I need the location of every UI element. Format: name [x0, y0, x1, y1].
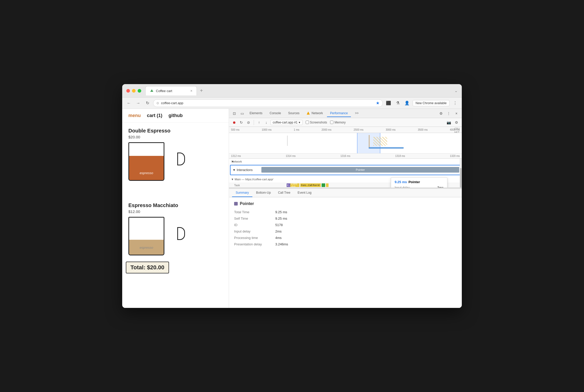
- detail-label-0: 1312 ms: [231, 155, 241, 157]
- profile-icon[interactable]: 👤: [403, 100, 411, 107]
- new-tab-button[interactable]: +: [198, 87, 205, 95]
- tab-console[interactable]: Console: [267, 110, 284, 117]
- record-button[interactable]: ⏺: [231, 119, 237, 126]
- tooltip-ms: 9.25 ms: [395, 180, 407, 184]
- refresh-icon: ↻: [146, 101, 149, 105]
- perf-settings-icon[interactable]: ⚙: [453, 119, 460, 126]
- presentation-value: 3.246ms: [275, 242, 288, 246]
- main-label-text: ▼ Main — https://coffee-cart.app/: [231, 178, 273, 181]
- settings-icon[interactable]: ⚙: [438, 110, 444, 117]
- tooltip-name: Pointer: [409, 180, 420, 184]
- flask-icon[interactable]: ⚗: [394, 100, 401, 107]
- menu-dots-icon[interactable]: ⋮: [452, 100, 459, 107]
- coffee-cart-app: menu cart (1) github Double Espresso $20…: [122, 109, 229, 308]
- tab-bar: Coffee cart × +: [145, 86, 452, 95]
- id-value: 5178: [275, 223, 283, 227]
- ruler-label-2: 1 ms: [294, 128, 299, 131]
- cpu-spike-2: [369, 135, 370, 148]
- timeline-overview-chart[interactable]: [229, 133, 462, 154]
- nav-cart-item[interactable]: cart (1): [147, 113, 162, 118]
- close-button[interactable]: [126, 89, 130, 93]
- tab-call-tree[interactable]: Call Tree: [275, 189, 294, 197]
- tab-close-button[interactable]: ×: [190, 89, 192, 93]
- capture-screenshot-icon[interactable]: 📷: [445, 119, 452, 126]
- interactions-label-text: Interactions: [237, 168, 253, 172]
- close-devtools-icon[interactable]: ×: [453, 110, 460, 117]
- input-delay-value: 2ms: [275, 229, 282, 233]
- chevron-down-icon: ⌄: [454, 88, 458, 93]
- tab-label: Coffee cart: [156, 89, 172, 93]
- reload-record-button[interactable]: ↻: [238, 119, 244, 126]
- coffee-price-2: $12.00: [128, 209, 223, 214]
- session-selector[interactable]: coffee-cart.app #1 ▾: [270, 120, 303, 125]
- clear-button[interactable]: ⊘: [245, 119, 252, 126]
- cpu-net-labels: CPU NET: [454, 127, 460, 133]
- tab-performance[interactable]: Performance: [327, 110, 351, 117]
- self-time-label: Self Time: [234, 217, 275, 220]
- refresh-button[interactable]: ↻: [144, 100, 151, 107]
- summary-processing-row: Processing time 4ms: [234, 236, 457, 240]
- app-navigation: menu cart (1) github: [122, 109, 229, 123]
- total-time-label: Total Time: [234, 210, 275, 214]
- func-call-bar: Func...Call Run M: [300, 183, 321, 187]
- device-toolbar-icon[interactable]: ▭: [239, 110, 245, 117]
- cup-fill: [129, 156, 164, 180]
- forward-button[interactable]: →: [135, 100, 142, 107]
- tab-elements[interactable]: Elements: [246, 110, 266, 117]
- tab-summary[interactable]: Summary: [232, 189, 252, 197]
- nav-github-item[interactable]: github: [169, 113, 183, 118]
- more-options-icon[interactable]: ⋮: [445, 110, 452, 117]
- interaction-tooltip: 9.25 ms Pointer Input delay 2ms Processi…: [391, 177, 447, 188]
- tab-event-log[interactable]: Event Log: [294, 189, 315, 197]
- app-body: Double Espresso $20.00 espresso Espresso…: [122, 123, 229, 308]
- coffee-item-double-espresso: Double Espresso $20.00 espresso: [128, 128, 223, 196]
- total-badge: Total: $20.00: [126, 262, 169, 273]
- tab-more[interactable]: >>: [352, 110, 362, 117]
- tooltip-input-delay-label: Input delay: [395, 186, 410, 188]
- active-tab[interactable]: Coffee cart ×: [145, 86, 197, 95]
- network-track-content: [265, 159, 462, 164]
- inspect-element-icon[interactable]: ⊡: [231, 110, 238, 117]
- tooltip-input-delay-row: Input delay 2ms: [395, 186, 444, 188]
- network-activity-bar: [369, 147, 404, 149]
- summary-input-delay-row: Input delay 2ms: [234, 229, 457, 233]
- tab-network[interactable]: Network: [304, 110, 326, 117]
- back-arrow-icon: ←: [127, 101, 131, 105]
- network-track-row: ▶ Network: [229, 159, 462, 164]
- bookmark-icon: ★: [376, 101, 379, 105]
- task-label-text: Task: [234, 184, 240, 187]
- network-track-label[interactable]: ▶ Network: [229, 160, 265, 163]
- download-button[interactable]: ↓: [263, 119, 269, 126]
- upload-button[interactable]: ↑: [256, 119, 262, 126]
- processing-value: 4ms: [275, 236, 282, 240]
- cpu-label: CPU: [454, 127, 460, 131]
- tab-bottom-up[interactable]: Bottom-Up: [252, 189, 274, 197]
- coffee-name: Double Espresso: [128, 128, 223, 134]
- interactions-track-row[interactable]: ▼ Interactions Pointer 9.25 ms: [230, 165, 461, 175]
- detail-label-1: 1314 ms: [286, 155, 296, 157]
- tracks-scrollbar[interactable]: [460, 159, 462, 188]
- url-bar[interactable]: ⊙ coffee-cart.app ★: [153, 99, 383, 107]
- pointer-bar-label: Pointer: [356, 168, 365, 171]
- maximize-button[interactable]: [138, 89, 141, 93]
- new-chrome-button[interactable]: New Chrome available: [413, 100, 449, 106]
- cup-label: espresso: [129, 171, 164, 175]
- tooltip-title: 9.25 ms Pointer: [395, 180, 444, 184]
- cup-body: espresso: [128, 142, 164, 181]
- input-delay-label: Input delay: [234, 229, 275, 233]
- minimize-button[interactable]: [132, 89, 136, 93]
- tracks-scrollbar-thumb: [460, 168, 462, 188]
- forward-arrow-icon: →: [136, 101, 140, 105]
- title-bar: Coffee cart × + ⌄: [122, 84, 462, 97]
- func-call-text: Func...Call Run M: [300, 184, 320, 186]
- browser-window: Coffee cart × + ⌄ ← → ↻ ⊙ coffee-cart.ap…: [122, 84, 462, 308]
- total-time-value: 9.25 ms: [275, 210, 287, 214]
- nav-menu-item[interactable]: menu: [128, 113, 141, 118]
- back-button[interactable]: ←: [125, 100, 132, 107]
- memory-checkbox[interactable]: [330, 121, 333, 124]
- tab-sources[interactable]: Sources: [285, 110, 303, 117]
- extensions-icon[interactable]: ⬛: [385, 100, 392, 107]
- net-label: NET: [454, 131, 460, 133]
- screenshots-checkbox[interactable]: [306, 121, 309, 124]
- detail-ruler-labels: 1312 ms 1314 ms 1316 ms 1318 ms 1320 ms: [231, 155, 460, 157]
